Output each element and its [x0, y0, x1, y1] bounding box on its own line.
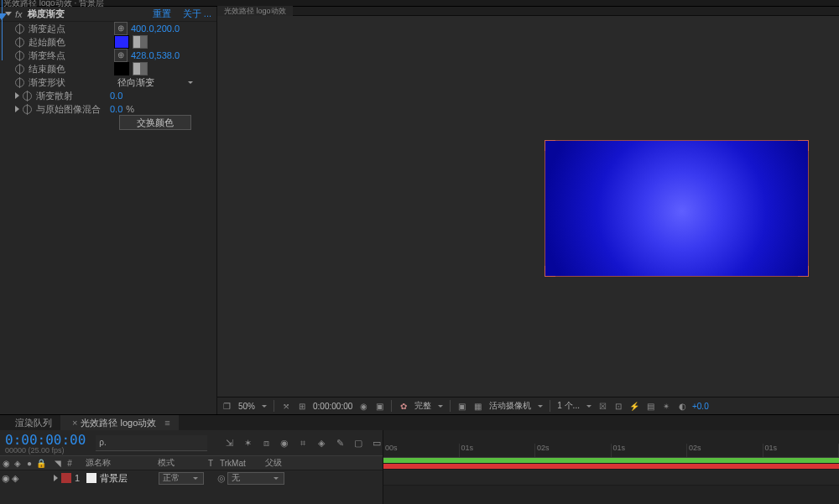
stopwatch-icon[interactable] [23, 105, 32, 114]
scatter-value[interactable]: 0.0 [110, 91, 122, 101]
current-time[interactable]: 0:00:00:00 [5, 432, 86, 448]
composition-panel: 光效路径 logo动效 ❐ 50% ⤧ ⊞ 0:00:00:00 ◉ ▣ ✿ 完… [217, 7, 839, 414]
resolution-select[interactable]: 完整 [413, 400, 433, 412]
trkmat-select[interactable]: 无 [227, 472, 284, 485]
stopwatch-icon[interactable] [15, 65, 24, 74]
eye-icon[interactable]: ◉ [0, 473, 12, 484]
crosshair-icon[interactable]: ⊕ [114, 22, 128, 35]
stopwatch-icon[interactable] [15, 51, 24, 60]
prop-shape: 渐变形状 径向渐变 [0, 75, 216, 89]
channel-icon[interactable]: ✿ [397, 400, 409, 413]
graph-editor-icon[interactable]: ⌗ [297, 438, 309, 449]
start-point-value[interactable]: 400.0,200.0 [131, 23, 180, 34]
viewer-footer: ❐ 50% ⤧ ⊞ 0:00:00:00 ◉ ▣ ✿ 完整 ▣ ▦ 活动摄像机 … [217, 397, 839, 414]
flowchart-icon[interactable]: ✴ [660, 400, 673, 413]
timeline-left: 0:00:00:00 00000 (25.00 fps) ⇲ ✶ ⧈ ◉ ⌗ ◈… [0, 430, 383, 504]
work-area-track[interactable] [383, 458, 839, 464]
adjustment-icon[interactable]: ✎ [334, 438, 346, 449]
monitor-icon[interactable]: ❐ [221, 400, 233, 413]
eye-column-icon[interactable]: ◉ [0, 459, 12, 468]
prop-end-point: 渐变终点 ⊕ 428.0,538.0 [0, 49, 216, 62]
pixel-aspect-icon[interactable]: ⊡ [612, 400, 625, 413]
resolution-icon[interactable]: ⤧ [279, 400, 292, 413]
prop-scatter: 渐变散射 0.0 [0, 89, 216, 102]
viewport[interactable] [217, 16, 839, 397]
stopwatch-icon[interactable] [23, 91, 32, 101]
twirl-right-icon[interactable] [54, 475, 58, 481]
about-link[interactable]: 关于 ... [183, 8, 211, 20]
preview-layer[interactable] [545, 140, 809, 277]
timeline-icon[interactable]: ▤ [644, 400, 657, 413]
stopwatch-icon[interactable] [15, 78, 24, 87]
share-icon[interactable]: ☒ [597, 400, 609, 413]
frame-blend-icon[interactable]: ⧈ [260, 438, 272, 449]
blend-mode-select[interactable]: 正常 [159, 472, 204, 485]
crop-corner-icon [798, 266, 809, 277]
solo-column-icon[interactable]: ● [23, 459, 35, 468]
shy-icon[interactable]: ⇲ [223, 438, 235, 449]
time-ruler[interactable]: 00s 01s 02s 01s 02s 01s [383, 444, 839, 458]
layer-index: 1 [75, 473, 83, 483]
gradient-fill [545, 141, 808, 276]
reset-link[interactable]: 重置 [153, 8, 171, 20]
source-name-header[interactable]: 源名称 [86, 457, 158, 469]
end-point-value[interactable]: 428.0,538.0 [131, 50, 180, 60]
preview-time[interactable]: 0:00:00:00 [311, 402, 354, 411]
crop-corner-icon [798, 140, 809, 151]
transparency-grid-icon[interactable]: ▦ [472, 400, 484, 413]
crosshair-icon[interactable]: ⊕ [114, 49, 128, 62]
mode-header[interactable]: 模式 [158, 457, 208, 469]
layer-bar[interactable] [383, 470, 839, 486]
search-input[interactable] [96, 435, 207, 451]
exposure-reset-icon[interactable]: ◐ [676, 400, 689, 413]
effect-name: 梯度渐变 [28, 8, 141, 20]
comp-tab[interactable]: 光效路径 logo动效 [217, 6, 293, 16]
audio-icon[interactable]: ◈ [12, 473, 23, 484]
grid-icon[interactable]: ⊞ [295, 400, 308, 413]
end-color-swatch[interactable] [114, 62, 129, 75]
stopwatch-icon[interactable] [15, 38, 24, 47]
brainstorm-icon[interactable]: ◈ [315, 438, 327, 449]
snapshot-icon[interactable]: ◉ [357, 400, 370, 413]
zoom-select[interactable]: 50% [237, 402, 257, 411]
tab-comp[interactable]: × 光效路径 logo动效 ≡ [60, 415, 179, 430]
audio-column-icon[interactable]: ◈ [12, 459, 23, 468]
show-snapshot-icon[interactable]: ▣ [373, 400, 386, 413]
lock-column-icon[interactable]: 🔒 [35, 459, 47, 468]
twirl-right-icon[interactable] [15, 92, 19, 99]
trkmat-header[interactable]: TrkMat [220, 459, 265, 468]
crop-corner-icon [545, 266, 555, 277]
fast-preview-icon[interactable]: ⚡ [628, 400, 641, 413]
stopwatch-icon[interactable] [15, 24, 24, 34]
close-icon[interactable]: × [72, 418, 77, 428]
prop-start-point: 渐变起点 ⊕ 400.0,200.0 [0, 22, 216, 35]
label-color[interactable] [61, 473, 71, 483]
start-color-swatch[interactable] [114, 35, 129, 49]
pickwhip-icon[interactable]: ◎ [216, 472, 227, 485]
layer-name[interactable]: 背景层 [100, 472, 159, 485]
region-icon[interactable]: ▣ [456, 400, 468, 413]
views-select[interactable]: 1 个... [555, 400, 581, 412]
comp-tab-bar: 光效路径 logo动效 [217, 7, 839, 16]
toggle-switches-icon[interactable]: ▢ [352, 438, 364, 449]
parent-header[interactable]: 父级 [265, 457, 307, 469]
layer-row[interactable]: ◉ ◈ 1 背景层 正常 ◎ 无 [0, 470, 383, 486]
panel-menu-icon[interactable]: ≡ [164, 418, 169, 428]
motion-blur-icon[interactable]: ◉ [279, 438, 290, 449]
twirl-right-icon[interactable] [15, 106, 19, 112]
exposure-value[interactable]: +0.0 [692, 402, 709, 411]
camera-select[interactable]: 活动摄像机 [487, 400, 533, 412]
blend-value[interactable]: 0.0 [110, 104, 122, 114]
shape-dropdown[interactable]: 径向渐变 [114, 76, 196, 89]
effect-header[interactable]: fx 梯度渐变 重置 关于 ... [0, 7, 216, 22]
swap-colors-button[interactable]: 交换颜色 [119, 115, 191, 130]
t-header: T [208, 459, 220, 468]
eyedropper-icon[interactable] [133, 62, 148, 75]
collapse-icon[interactable]: ✶ [242, 438, 253, 449]
timeline-right[interactable]: 00s 01s 02s 01s 02s 01s [383, 430, 839, 504]
eyedropper-icon[interactable] [133, 35, 148, 49]
playhead[interactable] [2, 0, 3, 60]
tab-render-queue[interactable]: 渲染队列 [7, 415, 60, 430]
crop-corner-icon [545, 140, 555, 151]
more-icon[interactable]: ▭ [371, 438, 383, 449]
